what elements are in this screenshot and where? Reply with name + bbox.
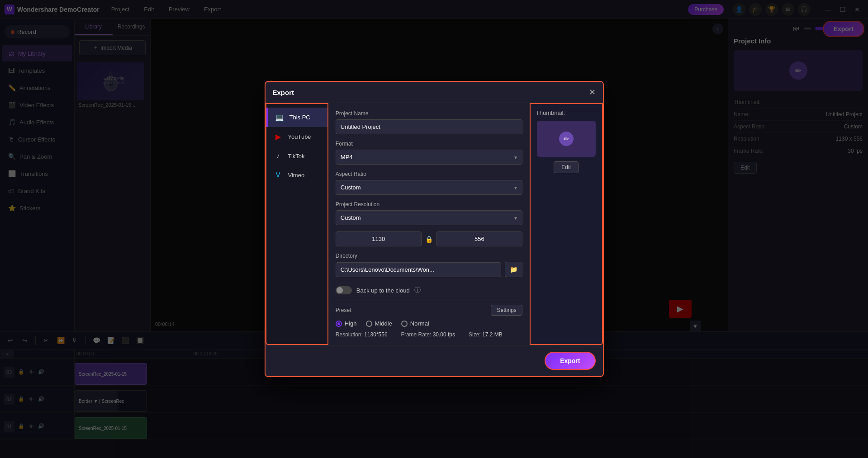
cloud-backup-row: Back up to the cloud ⓘ bbox=[336, 283, 522, 297]
cloud-backup-label: Back up to the cloud bbox=[356, 287, 410, 294]
dialog-title: Export bbox=[273, 89, 294, 96]
resolution-inputs-group: 🔒 bbox=[336, 231, 522, 246]
radio-high-circle bbox=[336, 321, 342, 327]
directory-group: Directory 📁 bbox=[336, 253, 522, 277]
dialog-header: Export ✕ bbox=[266, 82, 603, 103]
dest-label-pc: This PC bbox=[289, 114, 310, 121]
format-select[interactable]: MP4 bbox=[336, 150, 522, 165]
preset-framerate-value: 30.00 fps bbox=[433, 331, 455, 338]
radio-normal-circle bbox=[401, 321, 408, 327]
browse-button[interactable]: 📁 bbox=[505, 262, 522, 277]
dialog-footer: Export bbox=[266, 345, 603, 376]
height-input[interactable] bbox=[436, 231, 522, 246]
pc-icon: 💻 bbox=[274, 113, 285, 122]
export-dialog-button[interactable]: Export bbox=[545, 352, 595, 370]
export-destinations: 💻 This PC ▶ YouTube ♪ TikTok V Vimeo bbox=[266, 103, 328, 345]
dest-label-tiktok: TikTok bbox=[288, 153, 305, 160]
youtube-icon: ▶ bbox=[273, 132, 284, 141]
dest-vimeo[interactable]: V Vimeo bbox=[266, 165, 327, 184]
cloud-backup-toggle[interactable] bbox=[336, 286, 352, 294]
aspect-ratio-label: Aspect Ratio bbox=[336, 171, 522, 177]
aspect-ratio-group: Aspect Ratio Custom bbox=[336, 171, 522, 195]
cloud-info-icon[interactable]: ⓘ bbox=[414, 286, 421, 294]
preset-label: Preset bbox=[336, 307, 351, 313]
resolution-select-wrapper: Custom bbox=[336, 210, 522, 225]
resolution-group: Project Resolution Custom bbox=[336, 201, 522, 225]
quality-normal[interactable]: Normal bbox=[401, 320, 429, 327]
thumbnail-panel: Thumbnail: ✏ Edit bbox=[531, 103, 603, 345]
preset-size-item: Size: 17.2 MB bbox=[469, 331, 503, 338]
dest-youtube[interactable]: ▶ YouTube bbox=[266, 127, 327, 146]
quality-middle[interactable]: Middle bbox=[366, 320, 392, 327]
pencil-icon: ✏ bbox=[564, 135, 569, 142]
dest-label-vimeo: Vimeo bbox=[288, 172, 305, 179]
preset-resolution-label: Resolution: bbox=[336, 331, 363, 338]
dialog-close-button[interactable]: ✕ bbox=[589, 87, 596, 97]
preset-resolution-item: Resolution: 1130*556 bbox=[336, 331, 388, 338]
directory-row: 📁 bbox=[336, 262, 522, 277]
preset-size-label: Size: bbox=[469, 331, 481, 338]
preset-section: Preset Settings High Middle bbox=[336, 299, 522, 338]
width-input[interactable] bbox=[336, 231, 422, 246]
project-name-input[interactable] bbox=[336, 119, 522, 134]
preset-header: Preset Settings bbox=[336, 305, 522, 316]
preset-framerate-label: Frame Rate: bbox=[401, 331, 432, 338]
resolution-select[interactable]: Custom bbox=[336, 210, 522, 225]
quality-radio-group: High Middle Normal bbox=[336, 320, 522, 327]
preset-framerate-item: Frame Rate: 30.00 fps bbox=[401, 331, 455, 338]
preset-resolution-value: 1130*556 bbox=[364, 331, 387, 338]
aspect-ratio-select[interactable]: Custom bbox=[336, 180, 522, 195]
vimeo-icon: V bbox=[273, 171, 284, 179]
thumbnail-edit-icon: ✏ bbox=[559, 132, 574, 146]
export-dialog-overlay: Export ✕ 💻 This PC ▶ YouTube ♪ TikTok bbox=[0, 0, 868, 458]
dest-tiktok[interactable]: ♪ TikTok bbox=[266, 146, 327, 165]
format-select-wrapper: MP4 bbox=[336, 150, 522, 165]
preset-size-value: 17.2 MB bbox=[482, 331, 503, 338]
lock-icon: 🔒 bbox=[425, 236, 433, 243]
tiktok-icon: ♪ bbox=[273, 152, 284, 160]
directory-label: Directory bbox=[336, 253, 522, 259]
export-dialog: Export ✕ 💻 This PC ▶ YouTube ♪ TikTok bbox=[265, 81, 604, 377]
radio-middle-circle bbox=[366, 321, 372, 327]
resolution-label: Project Resolution bbox=[336, 201, 522, 208]
dest-label-youtube: YouTube bbox=[288, 133, 311, 140]
directory-input[interactable] bbox=[336, 262, 501, 277]
project-name-group: Project Name bbox=[336, 110, 522, 134]
format-group: Format MP4 bbox=[336, 141, 522, 165]
radio-high-dot bbox=[337, 322, 340, 325]
settings-button[interactable]: Settings bbox=[491, 305, 522, 316]
dialog-body: 💻 This PC ▶ YouTube ♪ TikTok V Vimeo bbox=[266, 103, 603, 345]
toggle-knob bbox=[337, 287, 343, 293]
resolution-row: 🔒 bbox=[336, 231, 522, 246]
format-label: Format bbox=[336, 141, 522, 147]
project-name-label: Project Name bbox=[336, 110, 522, 117]
aspect-ratio-select-wrapper: Custom bbox=[336, 180, 522, 195]
dest-this-pc[interactable]: 💻 This PC bbox=[266, 108, 327, 127]
preset-info: Resolution: 1130*556 Frame Rate: 30.00 f… bbox=[336, 331, 522, 338]
thumbnail-edit-button[interactable]: Edit bbox=[554, 161, 579, 173]
radio-normal-label: Normal bbox=[410, 320, 429, 327]
radio-middle-label: Middle bbox=[375, 320, 392, 327]
radio-high-label: High bbox=[345, 320, 357, 327]
export-form: Project Name Format MP4 Aspect Ratio bbox=[328, 103, 531, 345]
thumbnail-panel-label: Thumbnail: bbox=[536, 109, 565, 116]
quality-high[interactable]: High bbox=[336, 320, 357, 327]
thumbnail-box: ✏ bbox=[537, 121, 596, 157]
